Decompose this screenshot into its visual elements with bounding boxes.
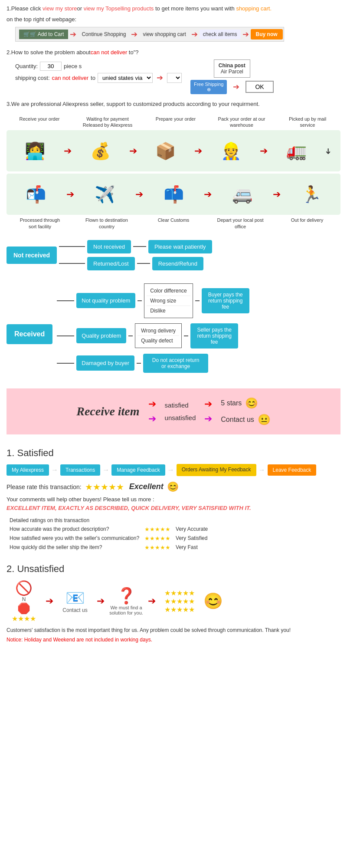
satisfied-title: 1. Satisfied	[7, 447, 340, 459]
arrow-3: ➔	[191, 30, 198, 39]
qty-row: Quantity: piece s	[15, 62, 182, 71]
top-arrow-2: ➔	[129, 145, 137, 157]
shipping-select2[interactable]	[167, 73, 182, 83]
shopping-cart-link[interactable]: shopping cart.	[236, 5, 272, 12]
not-received-box: Not received	[87, 240, 131, 253]
shipping-to: to	[91, 75, 95, 81]
bot-arrow-4: ➔	[66, 189, 74, 200]
damaged-branch: Damaged by buyer Do not accept return or…	[57, 354, 249, 373]
rating-stars-1: ★★★★★	[142, 534, 173, 542]
cart-step-add: 🛒 🛒 Add to Cart	[19, 30, 68, 39]
notice-holiday: Notice: Holiday and Weekend are not incl…	[7, 637, 340, 643]
pink-arrow-2: ➔	[148, 413, 156, 424]
full-stars-1: ★★★★★	[164, 589, 195, 597]
arrow-red-ship: ➔	[157, 73, 163, 82]
ratings-title: Detailed ratings on this transaction	[7, 516, 210, 524]
result2-row: Contact us 😐	[221, 414, 270, 426]
step-myaliexpress: My Aliexpress	[7, 464, 49, 476]
cart-step-buynow[interactable]: Buy now	[251, 29, 283, 39]
branch-returned: Returned/Lost Resend/Refund	[59, 257, 212, 270]
section1-prefix: 1.Please click	[7, 5, 43, 12]
top-arrow-4: ➔	[260, 145, 268, 157]
icon-worker: 👷	[211, 135, 250, 167]
excellent-text: Excellent	[129, 482, 164, 491]
happy-emoji: 😊	[245, 397, 258, 409]
shipping-select[interactable]: unied states via	[98, 73, 153, 83]
step-arrow-1: →	[51, 466, 58, 474]
cart-step-continue: Continue Shopping	[78, 30, 129, 39]
find-solution-label: We must find a solution for you.	[109, 605, 144, 615]
receive-item-title: Receive item	[76, 404, 139, 418]
rate-row: Please rate this transaction: ★★★★★ Exce…	[7, 481, 340, 493]
no-label: N	[22, 596, 26, 602]
rating-value-2: Very Fast	[174, 543, 210, 552]
pink-sat-col: satisfied unsatisfied	[165, 401, 196, 421]
stop-icon: 🛑	[17, 602, 30, 615]
wrong-delivery: Wrong delivery	[137, 326, 179, 336]
rating-label-2: How quickly did the seller ship the item…	[7, 543, 141, 552]
not-received-branches: Not received Please wait patiently Retur…	[59, 238, 212, 272]
unsat-flow: 🚫 N 🛑 ★★★★ ➔ 📧 Contact us ➔ ❓ We must fi…	[7, 580, 340, 623]
free-shipping-box: Free Shipping ⊕	[190, 80, 227, 94]
step-arrow-3: →	[167, 466, 174, 474]
icon-customs: 📫	[154, 178, 193, 210]
flowchart-section: Not received Not received Please wait pa…	[7, 238, 340, 375]
icon-money: 💰	[81, 135, 120, 167]
bot-arrow-3: ➔	[135, 189, 143, 200]
pink-arrows2: ➔ ➔	[204, 398, 212, 424]
no-return-box: Do not accept return or exchange	[143, 354, 208, 373]
quality-items: Wrong delivery Quality defect	[135, 323, 182, 348]
wait-patiently-box: Please wait patiently	[148, 240, 212, 253]
excellent-comment: EXCELLENT ITEM, EXACTLY AS DESCRIBED, QU…	[7, 505, 340, 511]
top-arrow-3: ➔	[194, 145, 202, 157]
pink-section: Receive item ➔ ➔ satisfied unsatisfied ➔…	[7, 388, 340, 434]
china-post-sub: Air Parcel	[221, 69, 243, 75]
unsat-icon-no: 🚫 N 🛑 ★★★★	[7, 580, 41, 623]
step-arrow-2: →	[102, 466, 109, 474]
received-flow: Received Not quality problem Color diffe…	[7, 281, 340, 375]
rating-row-1: How satisfied were you with the seller's…	[7, 534, 210, 542]
pink-arrows: ➔ ➔	[148, 398, 156, 424]
rating-row-2: How quickly did the seller ship the item…	[7, 543, 210, 552]
bot-label-0: Out for delivery	[283, 217, 331, 230]
top-label-4: Picked up by mail service	[284, 116, 331, 128]
bottom-labels-row: Out for delivery Depart your local post …	[7, 217, 340, 230]
excellent-emoji: 😊	[167, 481, 179, 493]
quality-box: Quality problem	[76, 328, 126, 343]
rating-stars-2: ★★★★★	[142, 543, 173, 552]
unsat-icon-question: ❓ We must find a solution for you.	[109, 587, 144, 615]
hline1	[59, 246, 85, 247]
view-topselling-link[interactable]: view my Topselling products	[84, 5, 154, 12]
unsat-icon-email: 📧 Contact us	[58, 589, 92, 613]
ok-button[interactable]: OK	[246, 81, 273, 93]
china-post-box: China post Air Parcel	[214, 59, 250, 78]
neutral-emoji: 😐	[258, 414, 271, 426]
top-arrow-1: ➔	[64, 145, 72, 157]
quality-branch: Quality problem Wrong delivery Quality d…	[57, 323, 249, 349]
view-store-link[interactable]: view my store	[43, 5, 77, 12]
shipping-red: can not deliver	[52, 75, 89, 81]
section1-text4: on the top right of webpage:	[7, 15, 340, 24]
wrong-size: Wrong size	[147, 296, 190, 306]
section3: 3.We are professional Aliexpress seller,…	[7, 101, 340, 107]
rating-row-0: How accurate was the product description…	[7, 525, 210, 533]
question-icon: ❓	[117, 587, 136, 605]
unsatisfied-label: unsatisfied	[165, 414, 196, 421]
result1-row: 5 stars 😊	[221, 397, 270, 409]
icon-truck: 🚛	[277, 135, 316, 167]
top-icons-row: 👩‍💻 ➔ 💰 ➔ 📦 ➔ 👷 ➔ 🚛 ➔	[7, 130, 340, 171]
step-orders-awaiting: Orders Awaiting My Feedback	[177, 464, 256, 476]
unsat-arrow-2: ➔	[97, 595, 105, 607]
section3-text: 3.We are professional Aliexpress seller,…	[7, 101, 340, 107]
qty-input[interactable]	[40, 62, 62, 71]
color-diff: Color difference	[147, 286, 190, 296]
received-branches: Not quality problem Color difference Wro…	[57, 281, 249, 375]
rating-value-0: Very Accurate	[174, 525, 210, 533]
ratings-table: Detailed ratings on this transaction How…	[7, 516, 211, 552]
branch-not-received: Not received Please wait patiently	[59, 240, 212, 253]
returned-lost-box: Returned/Lost	[87, 257, 135, 270]
email-label: Contact us	[62, 607, 87, 613]
not-quality-items: Color difference Wrong size Dislike	[144, 283, 193, 318]
step-leave-feedback: Leave Feedback	[268, 464, 317, 476]
full-stars-2: ★★★★★	[164, 597, 195, 605]
